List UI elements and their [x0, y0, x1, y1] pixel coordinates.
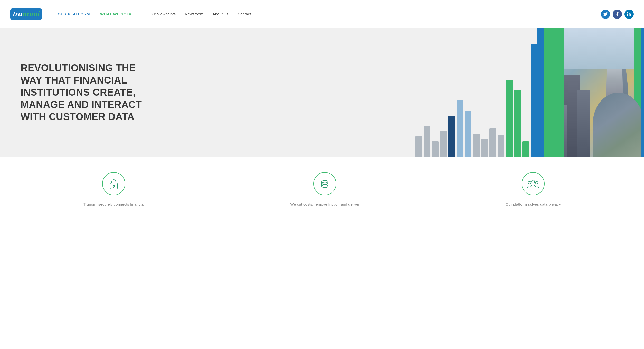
chart-bar	[531, 44, 537, 157]
svg-point-2	[113, 185, 115, 187]
feature-costs: We cut costs, remove friction and delive…	[290, 172, 359, 207]
chart-bar	[465, 111, 471, 157]
facebook-icon[interactable]	[613, 10, 622, 19]
svg-point-4	[322, 180, 328, 183]
coins-icon	[319, 178, 331, 190]
chart-bar	[440, 131, 447, 157]
svg-rect-1	[110, 183, 117, 189]
feature-privacy: Our platform solves data privacy	[506, 172, 561, 207]
nav-primary: OUR PLATFORM WHAT WE SOLVE	[58, 12, 134, 16]
chart-bar	[448, 116, 455, 157]
features-section: Trunomi securely connects financial We c…	[0, 157, 644, 218]
twitter-icon[interactable]	[601, 10, 610, 19]
people-icon	[527, 178, 539, 190]
logo-nomi: nomi	[22, 10, 40, 18]
svg-point-5	[532, 180, 535, 183]
chart-bar	[432, 141, 439, 157]
nav-our-platform[interactable]: OUR PLATFORM	[58, 12, 90, 16]
social-icons	[601, 10, 634, 19]
chart-bar	[506, 80, 513, 157]
logo-tru: tru	[13, 10, 22, 18]
feature-lock-icon-circle	[102, 172, 125, 195]
chart-bar	[415, 136, 422, 157]
right-accent-bar	[641, 28, 644, 157]
header: tru nomi OUR PLATFORM WHAT WE SOLVE Our …	[0, 0, 644, 28]
nav-what-we-solve[interactable]: WHAT WE SOLVE	[100, 12, 134, 16]
feature-coins-icon-circle	[313, 172, 336, 195]
vertical-accent-bars	[537, 28, 564, 157]
chart-bar	[481, 139, 488, 157]
feature-privacy-text: Our platform solves data privacy	[506, 201, 561, 207]
chart-bar	[473, 134, 480, 157]
hero-section: REVOLUTIONISING THE WAY THAT FINANCIAL I…	[0, 28, 644, 157]
svg-point-6	[528, 181, 531, 184]
nav-about-us[interactable]: About Us	[213, 12, 229, 16]
chart-bar	[522, 141, 529, 157]
logo[interactable]: tru nomi	[10, 8, 42, 20]
chart-bar	[457, 100, 463, 157]
chart-bar	[489, 128, 496, 157]
chart-bar	[514, 90, 521, 157]
feature-security: Trunomi securely connects financial	[83, 172, 144, 207]
nav-our-viewpoints[interactable]: Our Viewpoints	[150, 12, 176, 16]
chart-bar	[498, 135, 504, 157]
svg-point-0	[627, 12, 628, 13]
feature-people-icon-circle	[522, 172, 545, 195]
chart-bar	[424, 126, 430, 157]
lock-icon	[108, 178, 120, 190]
feature-costs-text: We cut costs, remove friction and delive…	[290, 201, 359, 207]
nav-newsroom[interactable]: Newsroom	[185, 12, 203, 16]
nav-contact[interactable]: Contact	[238, 12, 251, 16]
svg-point-7	[535, 181, 538, 184]
nav-secondary: Our Viewpoints Newsroom About Us Contact	[150, 12, 251, 16]
feature-security-text: Trunomi securely connects financial	[83, 201, 144, 207]
linkedin-icon[interactable]	[624, 10, 634, 19]
